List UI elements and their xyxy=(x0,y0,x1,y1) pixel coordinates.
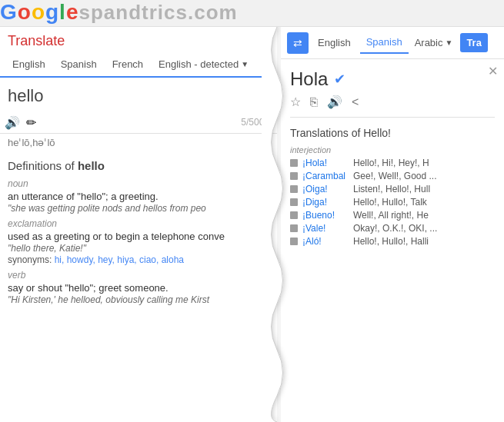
star-icon[interactable]: ☆ xyxy=(290,95,301,109)
translations-title: Translations of Hello! xyxy=(290,127,495,139)
right-tab-spanish[interactable]: Spanish xyxy=(360,32,409,54)
trans-targets: Gee!, Well!, Good ... xyxy=(353,171,495,181)
table-row: ¡Oiga! Listen!, Hello!, Hull xyxy=(290,184,495,194)
phonetic-text: heˈlō,həˈlō xyxy=(0,133,277,151)
table-row: ¡Diga! Hello!, Hullo!, Talk xyxy=(290,197,495,208)
input-text[interactable]: hello xyxy=(8,85,269,112)
lang-detected-label: English - detected xyxy=(159,58,239,70)
left-tab-french[interactable]: French xyxy=(105,52,151,76)
trans-targets: Okay!, O.K.!, OKI, ... xyxy=(353,223,495,234)
pencil-icon[interactable]: ✏ xyxy=(26,115,36,130)
trans-targets: Well!, All right!, He xyxy=(353,210,495,221)
bullet-icon xyxy=(290,211,298,219)
input-icons: 🔊 ✏ xyxy=(5,115,36,130)
trans-targets: Hello!, Hullo!, Halli xyxy=(353,236,495,247)
trans-source[interactable]: ¡Oiga! xyxy=(302,184,349,194)
close-button[interactable]: ✕ xyxy=(488,64,498,78)
divider xyxy=(290,117,495,118)
def-part-verb: verb xyxy=(8,270,269,281)
input-area: hello xyxy=(0,78,277,112)
def-main-exclamation: used as a greeting or to begin a telepho… xyxy=(8,231,269,242)
bullet-icon xyxy=(290,159,298,167)
table-row: ¡Vale! Okay!, O.K.!, OKI, ... xyxy=(290,223,495,234)
table-row: ¡Bueno! Well!, All right!, He xyxy=(290,210,495,221)
translate-button[interactable]: Tra xyxy=(460,33,488,52)
tts-row: ☆ ⎘ 🔊 < xyxy=(281,90,504,114)
trans-targets: Hello!, Hi!, Hey!, H xyxy=(353,158,495,168)
trans-source[interactable]: ¡Hola! xyxy=(302,158,349,168)
table-row: ¡Carambal Gee!, Well!, Good ... xyxy=(290,171,495,181)
left-tabs: English Spanish French English - detecte… xyxy=(0,52,277,78)
def-example-verb: "Hi Kirsten,' he helloed, obviously call… xyxy=(8,294,269,305)
trans-table: ¡Hola! Hello!, Hi!, Hey!, H ¡Carambal Ge… xyxy=(290,158,495,247)
trans-targets: Listen!, Hello!, Hull xyxy=(353,184,495,194)
trans-source[interactable]: ¡Vale! xyxy=(302,223,349,234)
left-tab-english[interactable]: English xyxy=(5,52,53,76)
trans-part: interjection xyxy=(290,145,495,155)
def-synonyms: synonyms: hi, howdy, hey, hiya, ciao, al… xyxy=(8,254,269,265)
swap-button[interactable]: ⇄ xyxy=(287,32,309,54)
bullet-icon xyxy=(290,172,298,180)
right-tab-english[interactable]: English xyxy=(312,32,357,53)
translations-section: Translations of Hello! interjection ¡Hol… xyxy=(281,121,504,255)
trans-source[interactable]: ¡Diga! xyxy=(302,197,349,208)
trans-source[interactable]: ¡Carambal xyxy=(302,171,349,181)
bullet-icon xyxy=(290,198,298,206)
left-panel: Translate English Spanish French English… xyxy=(0,27,277,422)
arabic-label: Arabic xyxy=(415,37,443,48)
def-example-exclamation: "hello there, Katie!" xyxy=(8,243,269,254)
translation-text: Hola xyxy=(290,68,328,90)
trans-source[interactable]: ¡Aló! xyxy=(302,236,349,247)
def-example-noun: "she was getting polite nods and hellos … xyxy=(8,203,269,214)
bullet-icon xyxy=(290,224,298,232)
trans-targets: Hello!, Hullo!, Talk xyxy=(353,197,495,208)
definitions-section: Definitions of hello noun an utterance o… xyxy=(0,151,277,305)
table-row: ¡Hola! Hello!, Hi!, Hey!, H xyxy=(290,158,495,168)
chevron-down-icon: ▼ xyxy=(241,60,249,68)
right-panel: ⇄ English Spanish Arabic ▼ Tra Hola ✔ ✕ … xyxy=(281,27,504,422)
left-tab-spanish[interactable]: Spanish xyxy=(53,52,105,76)
share-icon[interactable]: < xyxy=(352,95,359,109)
char-count: 5/5000 xyxy=(241,117,269,128)
translation-row: Hola ✔ ✕ xyxy=(281,59,504,90)
watermark: Googlespandtrics.com xyxy=(0,0,504,25)
left-title: Translate xyxy=(0,27,277,52)
tts-left-icon[interactable]: 🔊 xyxy=(5,115,20,130)
def-main-noun: an utterance of "hello"; a greeting. xyxy=(8,191,269,202)
right-toolbar: ⇄ English Spanish Arabic ▼ Tra xyxy=(281,27,504,59)
def-part-noun: noun xyxy=(8,178,269,189)
left-lang-dropdown[interactable]: English - detected ▼ xyxy=(152,54,255,75)
bullet-icon xyxy=(290,238,298,245)
def-main-verb: say or shout "hello"; greet someone. xyxy=(8,282,269,294)
bullet-icon xyxy=(290,185,298,193)
chevron-down-icon-right: ▼ xyxy=(445,38,452,47)
def-part-exclamation: exclamation xyxy=(8,218,269,229)
page-header: Googlespandtrics.com xyxy=(0,0,504,27)
verified-icon: ✔ xyxy=(334,71,345,88)
copy-icon[interactable]: ⎘ xyxy=(310,95,318,109)
trans-source[interactable]: ¡Bueno! xyxy=(302,210,349,221)
input-actions: 🔊 ✏ 5/5000 xyxy=(0,112,277,133)
definitions-title: Definitions of hello xyxy=(8,159,269,172)
table-row: ¡Aló! Hello!, Hullo!, Halli xyxy=(290,236,495,247)
tts-right-icon[interactable]: 🔊 xyxy=(327,95,342,109)
right-lang-dropdown[interactable]: Arabic ▼ xyxy=(412,32,456,53)
